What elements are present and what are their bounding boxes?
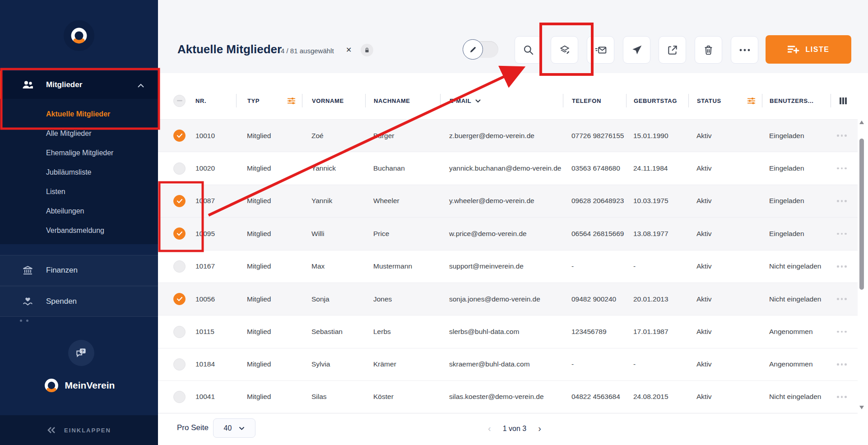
cell-vorname: Sebastian: [302, 315, 365, 348]
send-mail-icon: [594, 45, 607, 56]
sidebar-subitem[interactable]: Abteilungen: [0, 201, 158, 221]
column-settings-button[interactable]: [839, 97, 847, 105]
scroll-down-arrow[interactable]: [859, 406, 864, 409]
more-actions-button[interactable]: [731, 36, 758, 64]
table-row[interactable]: 10020MitgliedYannickBuchananyannick.buch…: [158, 152, 858, 184]
row-checkbox[interactable]: [173, 130, 186, 142]
column-header-label[interactable]: STATUS: [697, 97, 721, 104]
brand-swirl-icon: [43, 377, 60, 394]
column-header-label[interactable]: E-MAIL: [450, 97, 471, 104]
cell-typ: Mitglied: [236, 348, 302, 380]
cell-vorname: Sylvia: [302, 348, 365, 380]
table-row[interactable]: 10010MitgliedZoéBurgerz.buerger@demo-ver…: [158, 119, 858, 152]
select-all-checkbox[interactable]: [173, 95, 186, 107]
sidebar-subitem[interactable]: Listen: [0, 182, 158, 201]
row-actions-button[interactable]: [837, 265, 847, 268]
send-button[interactable]: [623, 36, 650, 64]
row-checkbox[interactable]: [173, 195, 186, 207]
sidebar-subitem[interactable]: Ehemalige Mitglieder: [0, 143, 158, 162]
trash-icon: [703, 44, 714, 56]
app-window: Mitglieder Aktuelle MitgliederAlle Mitgl…: [0, 0, 868, 445]
row-actions-button[interactable]: [837, 200, 847, 202]
cell-typ: Mitglied: [236, 185, 302, 217]
sidebar-item-mitglieder[interactable]: Mitglieder: [0, 71, 158, 99]
row-actions-button[interactable]: [837, 331, 847, 333]
sidebar-item-label: Finanzen: [46, 266, 78, 275]
sidebar-subitem[interactable]: Jubiläumsliste: [0, 162, 158, 182]
table-row[interactable]: 10115MitgliedSebastianLerbsslerbs@buhl-d…: [158, 315, 858, 348]
edit-mode-toggle[interactable]: [464, 41, 498, 58]
search-button[interactable]: [515, 36, 542, 64]
scrollbar-thumb[interactable]: [859, 139, 864, 290]
column-header-geburtstag: GEBURTSTAG: [626, 94, 688, 107]
cell-vorname: Yannick: [302, 152, 365, 184]
row-checkbox[interactable]: [173, 391, 186, 403]
column-header-label[interactable]: BENUTZERS...: [770, 97, 813, 104]
delete-button[interactable]: [695, 36, 722, 64]
sidebar-item-finanzen[interactable]: Finanzen: [0, 255, 158, 286]
table-row[interactable]: 10056MitgliedSonjaJonessonja.jones@demo-…: [158, 283, 858, 315]
cell-benutzerstatus: Nicht eingeladen: [762, 283, 831, 315]
row-checkbox[interactable]: [173, 326, 186, 338]
table-body: 10010MitgliedZoéBurgerz.buerger@demo-ver…: [158, 119, 858, 413]
clear-selection-icon[interactable]: ✕: [346, 46, 352, 54]
app-logo[interactable]: [0, 0, 158, 71]
row-actions-button[interactable]: [837, 363, 847, 366]
table-row[interactable]: 10184MitgliedSylviaKrämerskraemer@buhl-d…: [158, 348, 858, 380]
vertical-scrollbar[interactable]: [858, 120, 865, 413]
per-page-label: Pro Seite: [177, 423, 209, 432]
send-mail-button[interactable]: [587, 36, 614, 64]
members-table-card: NR.TYPVORNAMENACHNAMEE-MAILTELEFONGEBURT…: [158, 73, 868, 445]
sidebar-item-spenden[interactable]: Spenden: [0, 286, 158, 317]
row-checkbox[interactable]: [173, 358, 186, 371]
bulk-edit-button[interactable]: [551, 36, 578, 64]
table-row[interactable]: 10087MitgliedYannikWheelery.wheeler@demo…: [158, 185, 858, 217]
column-header-label[interactable]: NR.: [195, 97, 206, 104]
search-icon: [523, 44, 534, 56]
bulk-edit-icon: [558, 44, 571, 56]
row-checkbox-cell: [158, 348, 190, 380]
cell-typ: Mitglied: [236, 315, 302, 348]
cell-geburtstag: 15.01.1990: [626, 120, 688, 152]
table-row[interactable]: 10041MitgliedSilasKöstersilas.koester@de…: [158, 380, 858, 413]
column-header-label[interactable]: TYP: [247, 97, 260, 104]
filter-icon[interactable]: [287, 97, 302, 105]
row-checkbox[interactable]: [173, 162, 186, 175]
sidebar-subitem[interactable]: Alle Mitglieder: [0, 124, 158, 143]
column-header-label[interactable]: NACHNAME: [374, 97, 410, 104]
scroll-up-arrow[interactable]: [859, 121, 864, 124]
export-button[interactable]: [659, 36, 686, 64]
cell-nachname: Price: [365, 218, 440, 250]
sidebar-subitem[interactable]: Aktuelle Mitglieder: [0, 104, 158, 124]
row-actions-button[interactable]: [837, 396, 847, 398]
help-button[interactable]: ?: [68, 340, 94, 366]
table-row[interactable]: 10167MitgliedMaxMustermannsupport@meinve…: [158, 250, 858, 283]
collapse-sidebar-button[interactable]: EINKLAPPEN: [0, 415, 158, 445]
cell-nachname: Köster: [365, 381, 440, 413]
row-actions-button[interactable]: [837, 134, 847, 137]
brand-logo: MeinVerein: [0, 377, 158, 394]
pagination: ‹ 1 von 3 ›: [478, 423, 551, 434]
row-checkbox[interactable]: [173, 227, 186, 240]
cell-vorname: Silas: [302, 381, 365, 413]
sort-chevron-icon[interactable]: [471, 99, 481, 103]
next-page-button[interactable]: ›: [538, 423, 541, 434]
column-header-label[interactable]: GEBURTSTAG: [634, 97, 677, 104]
cell-nr: 10041: [190, 381, 236, 413]
row-actions-button[interactable]: [837, 167, 847, 170]
column-header-label[interactable]: VORNAME: [312, 97, 344, 104]
column-header-label[interactable]: TELEFON: [572, 97, 601, 104]
table-row[interactable]: 10095MitgliedWilliPricew.price@demo-vere…: [158, 217, 858, 250]
liste-button[interactable]: LISTE: [766, 35, 851, 64]
row-checkbox[interactable]: [173, 293, 186, 305]
row-actions-button[interactable]: [837, 233, 847, 235]
row-actions-button[interactable]: [837, 298, 847, 300]
cell-status: Aktiv: [688, 315, 762, 348]
prev-page-button[interactable]: ‹: [488, 423, 491, 434]
per-page-select[interactable]: 40: [213, 418, 255, 438]
row-checkbox[interactable]: [173, 260, 186, 273]
filter-icon[interactable]: [747, 97, 762, 105]
sidebar-subitem[interactable]: Verbandsmeldung: [0, 221, 158, 240]
cell-status: Aktiv: [688, 185, 762, 217]
page-indicator: 1 von 3: [503, 425, 526, 433]
